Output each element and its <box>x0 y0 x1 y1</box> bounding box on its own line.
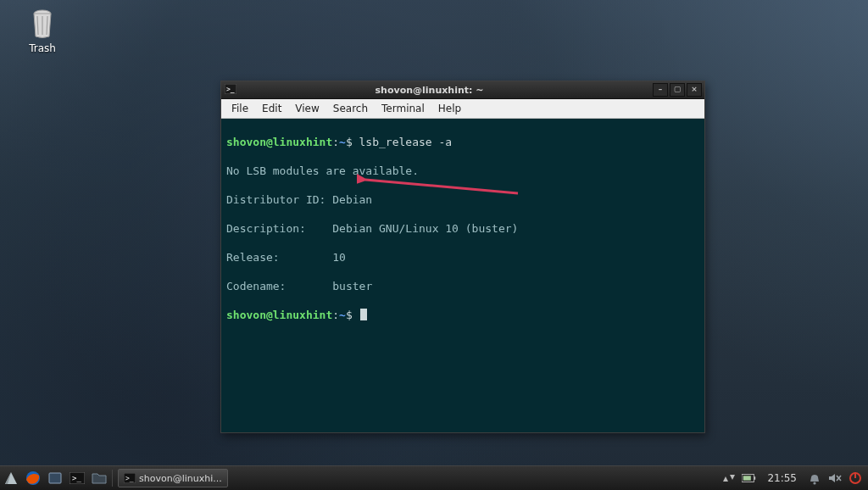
menu-search[interactable]: Search <box>326 101 375 116</box>
desktop-trash-icon[interactable]: Trash <box>13 7 72 54</box>
applications-menu-button[interactable] <box>2 469 20 487</box>
svg-marker-12 <box>723 476 728 482</box>
window-close-button[interactable]: × <box>687 83 702 97</box>
prompt-symbol: $ <box>346 136 353 148</box>
sound-muted-icon[interactable] <box>827 471 843 486</box>
svg-rect-16 <box>743 476 751 480</box>
svg-marker-13 <box>730 475 735 480</box>
taskbar-panel: >_ >_ shovon@linuxhi... 21: <box>0 465 868 490</box>
output-description-label: Description: <box>226 222 306 235</box>
window-maximize-button[interactable]: ▢ <box>670 83 685 97</box>
prompt-user: shovon@linuxhint <box>226 136 332 148</box>
trash-icon <box>28 7 57 41</box>
terminal-title-icon: >_ <box>225 84 236 96</box>
svg-line-3 <box>365 180 518 193</box>
window-title: shovon@linuxhint: ~ <box>240 85 653 96</box>
launcher-terminal-icon[interactable]: >_ <box>68 469 86 487</box>
launcher-firefox-icon[interactable] <box>24 469 42 487</box>
svg-text:>_: >_ <box>226 86 235 93</box>
network-status-icon[interactable] <box>721 471 737 486</box>
battery-status-icon[interactable] <box>742 471 757 486</box>
trash-label: Trash <box>13 42 72 54</box>
menu-view[interactable]: View <box>288 101 326 116</box>
output-description-value: Debian GNU/Linux 10 (buster) <box>332 222 518 235</box>
terminal-window[interactable]: >_ shovon@linuxhint: ~ – ▢ × File Edit V… <box>220 81 705 433</box>
taskbar-button-label: shovon@linuxhi... <box>139 473 222 484</box>
prompt-user-2: shovon@linuxhint <box>226 309 332 321</box>
notifications-icon[interactable] <box>807 471 822 486</box>
svg-text:>_: >_ <box>125 475 134 482</box>
entered-command: lsb_release -a <box>359 136 453 148</box>
menu-file[interactable]: File <box>225 101 255 116</box>
launcher-files-icon[interactable] <box>90 469 108 487</box>
panel-clock[interactable]: 21:55 <box>762 472 802 484</box>
output-no-modules: No LSB modules are available. <box>226 164 699 178</box>
svg-marker-18 <box>829 474 835 482</box>
window-titlebar[interactable]: >_ shovon@linuxhint: ~ – ▢ × <box>221 81 704 99</box>
output-codename-value: buster <box>332 280 372 292</box>
terminal-menubar: File Edit View Search Terminal Help <box>221 99 704 119</box>
svg-rect-20 <box>854 472 856 478</box>
svg-point-17 <box>813 482 815 484</box>
menu-help[interactable]: Help <box>431 101 468 116</box>
show-desktop-button[interactable] <box>46 469 64 487</box>
taskbar-button-terminal[interactable]: >_ shovon@linuxhi... <box>118 469 228 487</box>
menu-edit[interactable]: Edit <box>255 101 288 116</box>
shutdown-button[interactable] <box>848 471 863 486</box>
prompt-sep: : <box>332 136 339 148</box>
panel-divider <box>112 470 113 487</box>
prompt-path: ~ <box>339 136 346 148</box>
output-release-value: 10 <box>332 251 346 264</box>
terminal-task-icon: >_ <box>124 473 136 483</box>
svg-rect-15 <box>754 476 756 480</box>
menu-terminal[interactable]: Terminal <box>375 101 431 116</box>
terminal-output-area[interactable]: shovon@linuxhint:~$ lsb_release -a No LS… <box>221 119 704 432</box>
output-release-label: Release: <box>226 251 280 264</box>
output-distributor-value: Debian <box>332 193 372 206</box>
window-minimize-button[interactable]: – <box>653 83 668 97</box>
svg-rect-7 <box>49 473 61 483</box>
output-distributor-label: Distributor ID: <box>226 193 326 206</box>
output-codename-label: Codename: <box>226 280 286 292</box>
svg-text:>_: >_ <box>72 474 81 482</box>
system-tray: 21:55 <box>721 471 868 486</box>
cursor <box>360 309 367 320</box>
